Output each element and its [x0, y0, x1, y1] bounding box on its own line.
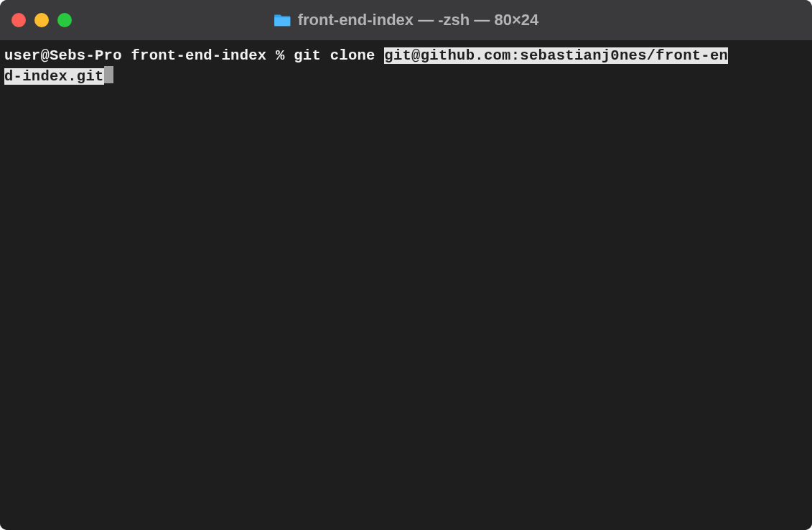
- terminal-line[interactable]: user@Sebs-Pro front-end-index % git clon…: [4, 46, 808, 87]
- title-content: front-end-index — -zsh — 80×24: [274, 11, 539, 29]
- titlebar[interactable]: front-end-index — -zsh — 80×24: [0, 0, 812, 40]
- folder-icon: [274, 13, 291, 27]
- shell-prompt: user@Sebs-Pro front-end-index %: [4, 47, 294, 64]
- minimize-button[interactable]: [34, 13, 49, 27]
- close-button[interactable]: [11, 13, 26, 27]
- terminal-window: front-end-index — -zsh — 80×24 user@Sebs…: [0, 0, 812, 530]
- command-text: git clone: [294, 47, 384, 64]
- terminal-cursor: [104, 66, 113, 83]
- selected-text-line1[interactable]: git@github.com:sebastianj0nes/front-en: [384, 47, 728, 64]
- selected-text-line2[interactable]: d-index.git: [4, 68, 104, 85]
- window-title: front-end-index — -zsh — 80×24: [298, 11, 539, 29]
- traffic-lights: [11, 13, 72, 27]
- terminal-body[interactable]: user@Sebs-Pro front-end-index % git clon…: [0, 40, 812, 530]
- maximize-button[interactable]: [57, 13, 72, 27]
